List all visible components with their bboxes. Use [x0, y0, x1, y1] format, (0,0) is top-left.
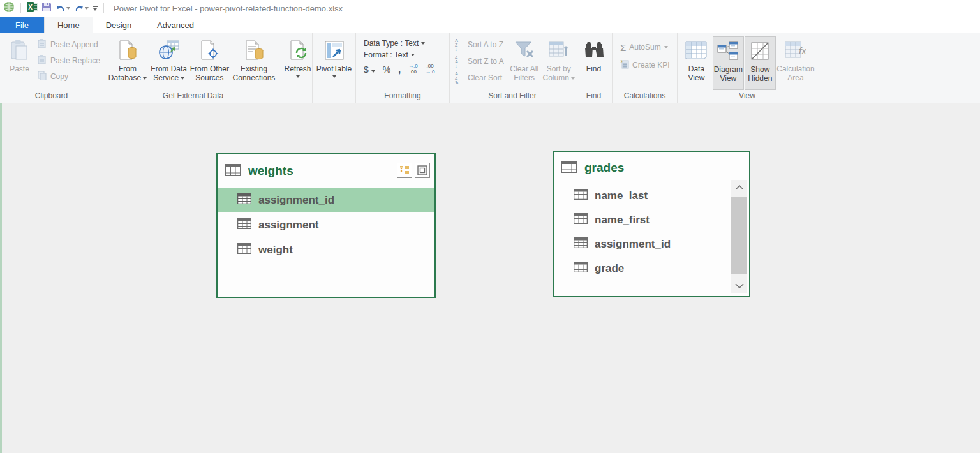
clear-sort-button[interactable]: AZ✎ Clear Sort	[455, 71, 504, 85]
field-icon	[574, 189, 588, 203]
sort-az-icon: AZ↓	[455, 40, 464, 50]
tab-file[interactable]: File	[0, 17, 44, 33]
field-name: grade	[595, 262, 624, 275]
ribbon: Paste Paste Append Paste Replace Copy Cl…	[0, 33, 980, 103]
group-clipboard: Paste Paste Append Paste Replace Copy Cl…	[0, 33, 103, 103]
dropdown-caret-icon	[421, 42, 425, 45]
sort-by-column-button[interactable]: Sort by Column	[542, 36, 575, 90]
titlebar-divider	[20, 3, 21, 13]
sort-a-to-z-button[interactable]: AZ↓ Sort A to Z	[455, 38, 504, 52]
window-title: Power Pivot for Excel - power-pivot-rela…	[114, 4, 343, 13]
maximize-table-button[interactable]	[415, 163, 430, 178]
canvas-left-edge	[0, 103, 2, 453]
dropdown-caret-icon	[571, 77, 575, 80]
table-header-weights[interactable]: weights	[218, 154, 434, 188]
paste-replace-button[interactable]: Paste Replace	[38, 54, 100, 68]
pivottable-button[interactable]: PivotTable	[316, 36, 352, 90]
paste-append-icon	[38, 39, 47, 50]
dropdown-caret-icon	[332, 75, 336, 78]
refresh-button[interactable]: Refresh	[284, 36, 311, 90]
table-title: grades	[584, 161, 624, 175]
existing-connections-button[interactable]: Existing Connections	[230, 36, 278, 90]
diagram-view-button[interactable]: Diagram View	[713, 36, 744, 90]
diagram-view-icon	[717, 40, 739, 63]
thousands-format-button[interactable]: ,	[398, 64, 401, 75]
other-sources-icon	[200, 39, 219, 62]
field-name-last[interactable]: name_last	[554, 184, 749, 208]
paste-button[interactable]: Paste	[6, 36, 33, 90]
from-data-service-button[interactable]: From Data Service	[149, 36, 189, 90]
redo-dropdown-caret-icon[interactable]	[85, 7, 89, 10]
diagram-canvas[interactable]: weights assignment_id assignment	[0, 103, 980, 453]
copy-button[interactable]: Copy	[38, 70, 100, 84]
create-kpi-button[interactable]: Create KPI	[620, 58, 670, 72]
dropdown-caret-icon	[411, 54, 415, 56]
decrease-decimal-button[interactable]: .00 →.0	[426, 64, 435, 75]
dropdown-caret-icon	[664, 46, 668, 48]
group-formatting: Data Type : Text Format : Text $ % , →.0…	[356, 33, 450, 103]
undo-button[interactable]	[56, 4, 70, 13]
filter-icon	[514, 39, 535, 62]
find-button[interactable]: Find	[583, 36, 605, 90]
table-title: weights	[248, 164, 293, 178]
save-icon[interactable]	[41, 2, 52, 15]
grades-scrollbar[interactable]	[731, 180, 747, 293]
from-database-button[interactable]: From Database	[107, 36, 148, 90]
scroll-down-icon[interactable]	[731, 278, 747, 293]
field-weight[interactable]: weight	[218, 237, 434, 262]
existing-connections-icon	[244, 39, 264, 62]
format-dropdown[interactable]: Format : Text	[364, 50, 447, 59]
excel-icon[interactable]: X	[27, 2, 38, 15]
clear-all-filters-button[interactable]: Clear All Filters	[507, 36, 542, 90]
tab-home[interactable]: Home	[44, 17, 93, 33]
percent-format-button[interactable]: %	[383, 64, 390, 75]
diagram-table-grades[interactable]: grades name_last name_first assignment_i…	[553, 151, 750, 297]
group-label-find: Find	[575, 90, 612, 103]
data-type-dropdown[interactable]: Data Type : Text	[364, 39, 447, 48]
group-pivottable: PivotTable	[313, 33, 356, 103]
field-icon	[574, 237, 588, 251]
redo-button[interactable]	[74, 4, 89, 13]
field-icon	[237, 193, 251, 207]
from-other-sources-button[interactable]: From Other Sources	[189, 36, 229, 90]
create-hierarchy-button[interactable]	[397, 163, 412, 178]
sort-z-to-a-button[interactable]: ZA↓ Sort Z to A	[455, 54, 504, 68]
sort-za-icon: ZA↓	[455, 57, 464, 66]
fx-icon: fx	[799, 45, 806, 56]
currency-format-button[interactable]: $	[364, 64, 375, 75]
field-assignment-id[interactable]: assignment_id	[218, 188, 434, 212]
data-view-button[interactable]: Data View	[681, 36, 712, 90]
field-assignment-id[interactable]: assignment_id	[554, 232, 749, 256]
dropdown-caret-icon	[143, 77, 147, 80]
calculation-area-icon: fx	[785, 39, 806, 62]
show-hidden-button[interactable]: Show Hidden	[745, 36, 776, 90]
ribbon-tab-row: File Home Design Advanced	[0, 17, 980, 33]
group-label-view: View	[678, 90, 817, 103]
autosum-button[interactable]: Σ AutoSum	[620, 40, 670, 54]
tab-advanced[interactable]: Advanced	[144, 17, 207, 33]
field-assignment[interactable]: assignment	[218, 212, 434, 237]
table-icon	[225, 164, 241, 179]
calculation-area-button[interactable]: fx Calculation Area	[776, 36, 815, 90]
paste-append-button[interactable]: Paste Append	[38, 38, 100, 52]
scroll-up-icon[interactable]	[731, 180, 747, 195]
field-grade[interactable]: grade	[554, 256, 749, 281]
undo-dropdown-caret-icon[interactable]	[66, 7, 70, 10]
field-icon	[574, 262, 588, 276]
svg-text:X: X	[28, 4, 33, 11]
data-view-icon	[685, 39, 707, 62]
customize-quick-access-toolbar-icon[interactable]	[93, 6, 98, 11]
field-name: assignment_id	[595, 238, 671, 251]
tab-design[interactable]: Design	[93, 17, 144, 33]
group-label-clipboard: Clipboard	[0, 90, 103, 103]
scrollbar-thumb[interactable]	[731, 197, 747, 274]
field-name: name_first	[595, 214, 650, 226]
group-label-formatting: Formatting	[356, 90, 449, 103]
data-service-icon	[158, 39, 180, 62]
pivottable-icon	[325, 39, 344, 62]
field-name-first[interactable]: name_first	[554, 208, 749, 232]
table-icon	[561, 161, 577, 175]
table-header-grades[interactable]: grades	[554, 152, 749, 184]
increase-decimal-button[interactable]: →.0 .00	[408, 64, 418, 75]
diagram-table-weights[interactable]: weights assignment_id assignment	[216, 153, 436, 298]
